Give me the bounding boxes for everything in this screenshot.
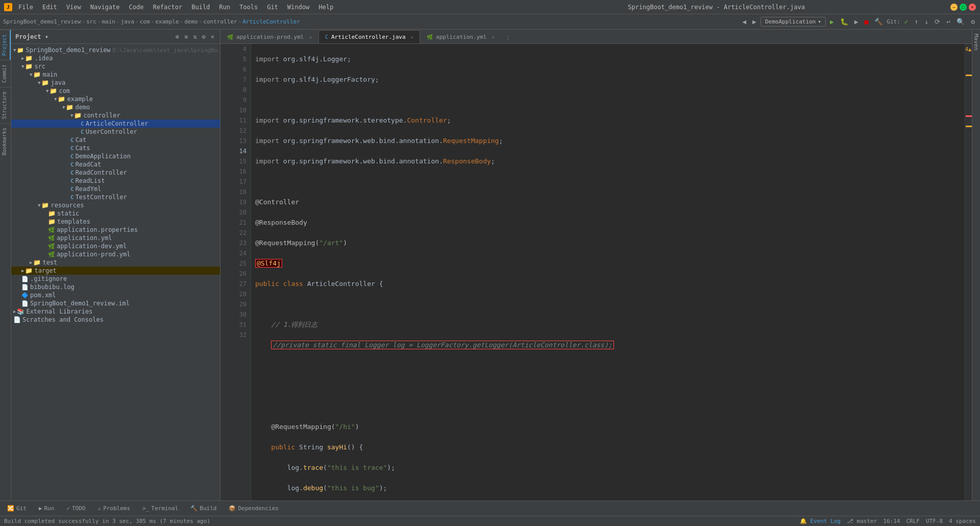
tree-appyml[interactable]: 🌿 application.yml — [11, 234, 220, 242]
breadcrumb-main[interactable]: main — [102, 18, 115, 25]
tree-scratches[interactable]: 📄 Scratches and Consoles — [11, 316, 220, 324]
bottom-tab-build[interactable]: 🔨 Build — [187, 503, 219, 514]
close-button[interactable]: × — [969, 4, 976, 11]
tree-log[interactable]: 📄 bibubibu.log — [11, 283, 220, 291]
back-button[interactable]: ◀ — [740, 17, 748, 27]
sort-icon[interactable]: ⇅ — [191, 33, 198, 40]
tree-cat[interactable]: C Cat — [11, 136, 220, 144]
breadcrumb-java[interactable]: java — [121, 18, 135, 25]
tree-idea[interactable]: ▶ 📁 .idea — [11, 54, 220, 62]
tree-articlecontroller[interactable]: C ArticleController — [11, 119, 220, 128]
run-config-dropdown[interactable]: DemoApplication ▾ — [761, 17, 826, 27]
git-branch[interactable]: ⎇ master — [847, 518, 877, 524]
tree-target[interactable]: ▶ 📁 target — [11, 267, 220, 275]
sidebar-commit[interactable]: Commit — [0, 60, 11, 87]
breadcrumb-project[interactable]: SpringBoot_demo1_review — [3, 18, 81, 25]
tab-application-prod-yml[interactable]: 🌿 application-prod.yml × — [220, 30, 318, 43]
bottom-tab-git[interactable]: 🔀 Git — [4, 503, 30, 514]
tree-example[interactable]: ▼ 📁 example — [11, 95, 220, 103]
menu-refactor[interactable]: Refactor — [149, 3, 186, 12]
tree-templates[interactable]: 📁 templates — [11, 218, 220, 226]
tree-demo[interactable]: ▼ 📁 demo — [11, 103, 220, 111]
minimize-button[interactable]: – — [950, 4, 958, 11]
status-indent[interactable]: 4 spaces — [949, 518, 976, 524]
status-charset[interactable]: UTF-8 — [926, 518, 943, 524]
bottom-tab-dependencies[interactable]: 📦 Dependencies — [226, 503, 281, 514]
tree-src[interactable]: ▼ 📁 src — [11, 62, 220, 70]
settings-icon[interactable]: ⚙ — [201, 33, 207, 40]
debug-button[interactable]: 🐛 — [838, 17, 850, 27]
event-log[interactable]: 🔔 Event Log — [800, 518, 841, 524]
tree-controller[interactable]: ▼ 📁 controller — [11, 111, 220, 119]
tree-iml[interactable]: 📄 SpringBoot_demo1_review.iml — [11, 299, 220, 307]
tab-application-yml[interactable]: 🌿 application.yml × — [420, 30, 501, 43]
close-tab-prod[interactable]: × — [309, 35, 311, 40]
tree-pom[interactable]: 🔷 pom.xml — [11, 291, 220, 299]
maven-panel[interactable]: Maven — [972, 30, 980, 500]
sidebar-project[interactable]: Project — [0, 30, 11, 60]
tree-appprodml[interactable]: 🌿 application-prod.yml — [11, 250, 220, 258]
tree-readcat[interactable]: C ReadCat — [11, 160, 220, 169]
tree-com[interactable]: ▼ 📁 com — [11, 87, 220, 95]
tree-root[interactable]: ▼ 📁 SpringBoot_demo1_review D:\Java\code… — [11, 46, 220, 54]
coverage-button[interactable]: ▶ — [852, 17, 861, 27]
breadcrumb-src[interactable]: src — [86, 18, 96, 25]
menu-run[interactable]: Run — [215, 3, 234, 12]
status-crlf[interactable]: CRLF — [906, 518, 920, 524]
menu-navigate[interactable]: Navigate — [86, 3, 124, 12]
tree-appdevyml[interactable]: 🌿 application-dev.yml — [11, 242, 220, 250]
tab-articlecontroller-java[interactable]: C ArticleController.java × — [318, 30, 420, 43]
close-tab-article[interactable]: × — [411, 35, 413, 40]
breadcrumb-controller[interactable]: controller — [203, 18, 237, 25]
build-button[interactable]: 🔨 — [872, 17, 885, 27]
tree-usercontroller[interactable]: C UserController — [11, 128, 220, 136]
run-button[interactable]: ▶ — [828, 17, 836, 27]
tree-cats[interactable]: C Cats — [11, 144, 220, 152]
menu-window[interactable]: Window — [283, 3, 313, 12]
code-editor[interactable]: import org.slf4j.Logger; import org.slf4… — [251, 44, 965, 500]
menu-code[interactable]: Code — [125, 3, 148, 12]
close-tab-yml[interactable]: × — [492, 35, 494, 40]
tree-demoapplication[interactable]: C DemoApplication — [11, 152, 220, 160]
tree-readlist[interactable]: C ReadList — [11, 177, 220, 185]
search-button[interactable]: 🔍 — [954, 17, 967, 27]
bottom-tab-problems[interactable]: ⚠ Problems — [95, 503, 134, 514]
expand-all-icon[interactable]: ⊕ — [174, 33, 181, 40]
breadcrumb-com[interactable]: com — [140, 18, 150, 25]
tree-readyml[interactable]: C ReadYml — [11, 185, 220, 193]
tree-test[interactable]: ▶ 📁 test — [11, 258, 220, 267]
menu-git[interactable]: Git — [263, 3, 282, 12]
menu-file[interactable]: File — [14, 3, 37, 12]
breadcrumb-demo[interactable]: demo — [184, 18, 198, 25]
stop-button[interactable]: ■ — [863, 17, 871, 27]
undo-button[interactable]: ↩ — [944, 17, 952, 27]
tree-appprops[interactable]: 🌿 application.properties — [11, 226, 220, 234]
tree-external-libraries[interactable]: ▶ 📚 External Libraries — [11, 307, 220, 316]
sidebar-bookmarks[interactable]: Bookmarks — [0, 123, 11, 159]
menu-help[interactable]: Help — [314, 3, 337, 12]
git-push[interactable]: ↑ — [913, 17, 921, 27]
menu-edit[interactable]: Edit — [38, 3, 61, 12]
tab-more-icon[interactable]: ⋮ — [503, 33, 513, 43]
tree-gitignore[interactable]: 📄 .gitignore — [11, 275, 220, 283]
tree-java[interactable]: ▼ 📁 java — [11, 79, 220, 87]
bottom-tab-run[interactable]: ▶ Run — [36, 503, 58, 514]
git-history[interactable]: ⟳ — [933, 17, 942, 27]
breadcrumb-articlecontroller[interactable]: ArticleController — [242, 18, 300, 25]
forward-button[interactable]: ▶ — [750, 17, 758, 27]
collapse-all-icon[interactable]: ≡ — [183, 33, 189, 40]
tree-readcontroller[interactable]: C ReadController — [11, 169, 220, 177]
tree-testcontroller[interactable]: C TestController — [11, 193, 220, 201]
menu-tools[interactable]: Tools — [235, 3, 262, 12]
breadcrumb-example[interactable]: example — [155, 18, 179, 25]
sidebar-structure[interactable]: Structure — [0, 87, 11, 123]
menu-view[interactable]: View — [62, 3, 85, 12]
bottom-tab-todo[interactable]: ✓ TODO — [63, 503, 88, 514]
bottom-tab-terminal[interactable]: >_ Terminal — [139, 503, 181, 514]
tree-main[interactable]: ▼ 📁 main — [11, 70, 220, 79]
close-panel-icon[interactable]: × — [209, 33, 216, 40]
git-pull[interactable]: ↓ — [923, 17, 931, 27]
menu-build[interactable]: Build — [187, 3, 214, 12]
tree-static[interactable]: 📁 static — [11, 209, 220, 218]
settings-button[interactable]: ⚙ — [969, 17, 977, 27]
